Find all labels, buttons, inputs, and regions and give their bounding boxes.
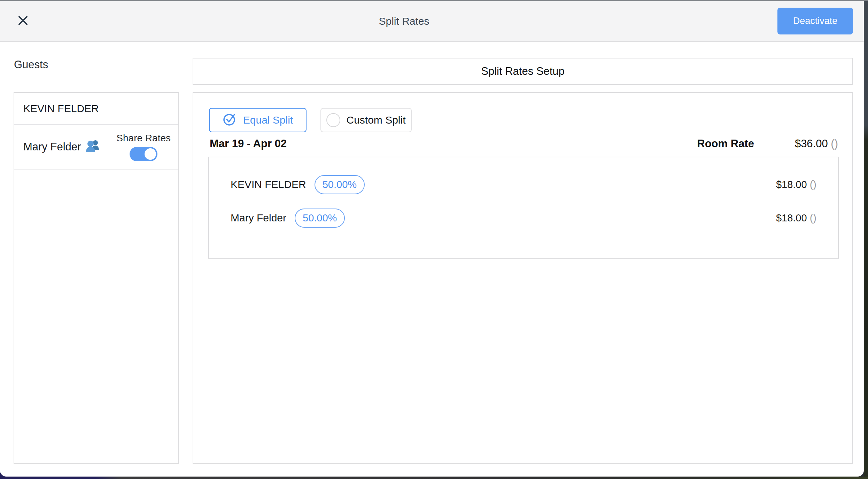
deactivate-button[interactable]: Deactivate (777, 8, 853, 34)
guest-list-panel: KEVIN FELDER Mary Felder Share (14, 92, 179, 464)
split-amount-note: () (810, 179, 816, 190)
check-circle-icon (223, 112, 237, 129)
shared-guest-name: Mary Felder (23, 141, 81, 153)
split-guest-name: KEVIN FELDER (231, 179, 306, 190)
share-rates-label: Share Rates (116, 133, 171, 144)
room-rate-amount: $36.00 () (795, 138, 838, 150)
modal-header: Split Rates Deactivate (0, 1, 864, 42)
custom-split-button[interactable]: Custom Split (320, 108, 412, 132)
percent-pill[interactable]: 50.00% (295, 209, 345, 228)
date-range: Mar 19 - Apr 02 (210, 138, 287, 150)
equal-split-label: Equal Split (243, 114, 293, 126)
split-setup-panel: Equal Split Custom Split Mar 19 - Apr 02… (193, 92, 853, 464)
split-amount: $18.00 () (776, 212, 816, 224)
guests-heading: Guests (14, 58, 48, 71)
room-rate-note: () (831, 138, 838, 150)
close-button[interactable] (15, 14, 31, 29)
toggle-knob (145, 148, 156, 160)
split-row: Mary Felder 50.00% $18.00 () (209, 201, 838, 235)
close-icon (18, 15, 28, 27)
split-rates-modal: Split Rates Deactivate Guests KEVIN FELD… (0, 1, 864, 477)
page-edge-bottom (0, 477, 868, 479)
room-rate-label: Room Rate (697, 138, 754, 150)
split-amount-note: () (810, 212, 816, 223)
rate-period-row: Mar 19 - Apr 02 Room Rate $36.00 () (210, 136, 838, 151)
page-edge-right (864, 1, 868, 479)
guest-row-primary[interactable]: KEVIN FELDER (14, 93, 178, 125)
screen: Split Rates Deactivate Guests KEVIN FELD… (0, 0, 868, 479)
guest-splits-box: KEVIN FELDER 50.00% $18.00 () Mary Felde… (208, 157, 839, 259)
custom-split-label: Custom Split (346, 114, 405, 126)
guest-row-shared[interactable]: Mary Felder Share Rates (14, 125, 178, 170)
share-rates-toggle[interactable] (130, 147, 157, 161)
split-amount: $18.00 () (776, 179, 816, 190)
people-icon (86, 140, 100, 156)
radio-circle-icon (326, 113, 340, 127)
modal-title: Split Rates (31, 15, 777, 27)
primary-guest-name: KEVIN FELDER (23, 103, 99, 115)
setup-header: Split Rates Setup (193, 58, 853, 85)
share-rates-control: Share Rates (116, 133, 171, 161)
split-guest-name: Mary Felder (231, 212, 286, 224)
percent-pill[interactable]: 50.00% (315, 175, 365, 194)
shared-guest: Mary Felder (23, 138, 100, 156)
split-mode-row: Equal Split Custom Split (209, 108, 412, 132)
equal-split-button[interactable]: Equal Split (209, 108, 307, 132)
setup-title: Split Rates Setup (481, 65, 565, 78)
split-row: KEVIN FELDER 50.00% $18.00 () (209, 168, 838, 201)
